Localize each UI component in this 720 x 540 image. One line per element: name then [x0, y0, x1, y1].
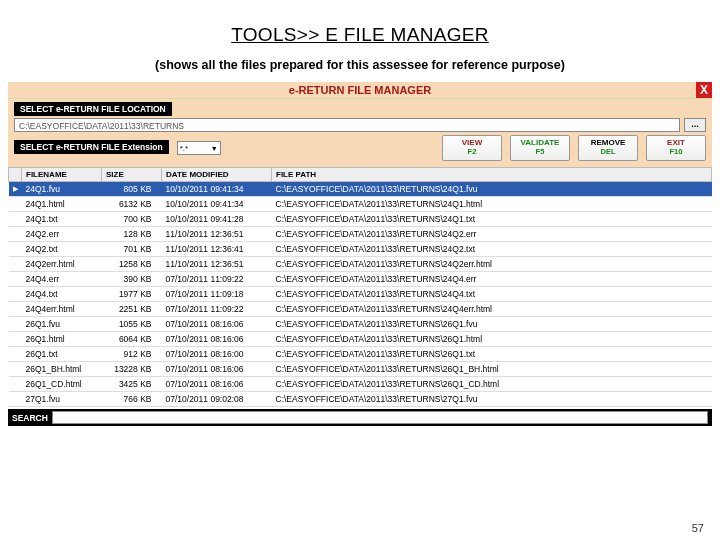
- control-panel: SELECT e-RETURN FILE LOCATION C:\EASYOFF…: [8, 99, 712, 167]
- cell-path: C:\EASYOFFICE\DATA\2011\33\RETURNS\24Q2.…: [272, 227, 712, 242]
- view-button[interactable]: VIEW F2: [442, 135, 502, 161]
- table-row[interactable]: 24Q4.txt1977 KB07/10/2011 11:09:18C:\EAS…: [9, 287, 712, 302]
- cell-filename: 26Q1.txt: [22, 347, 102, 362]
- table-row[interactable]: 24Q4.err390 KB07/10/2011 11:09:22C:\EASY…: [9, 272, 712, 287]
- cell-date: 11/10/2011 12:36:51: [162, 257, 272, 272]
- close-icon[interactable]: X: [696, 82, 712, 98]
- table-row[interactable]: ▶24Q1.fvu805 KB10/10/2011 09:41:34C:\EAS…: [9, 182, 712, 197]
- cell-path: C:\EASYOFFICE\DATA\2011\33\RETURNS\24Q2e…: [272, 257, 712, 272]
- cell-filename: 26Q1.fvu: [22, 317, 102, 332]
- row-caret-icon: [9, 347, 22, 362]
- cell-size: 1258 KB: [102, 257, 162, 272]
- cell-date: 07/10/2011 11:09:18: [162, 287, 272, 302]
- cell-size: 2251 KB: [102, 302, 162, 317]
- remove-button[interactable]: REMOVE DEL: [578, 135, 638, 161]
- col-date[interactable]: DATE MODIFIED: [162, 168, 272, 182]
- cell-date: 11/10/2011 12:36:51: [162, 227, 272, 242]
- table-row[interactable]: 24Q1.txt700 KB10/10/2011 09:41:28C:\EASY…: [9, 212, 712, 227]
- cell-filename: 24Q2err.html: [22, 257, 102, 272]
- cell-date: 07/10/2011 11:09:22: [162, 302, 272, 317]
- cell-date: 07/10/2011 08:16:06: [162, 332, 272, 347]
- cell-size: 6064 KB: [102, 332, 162, 347]
- table-row[interactable]: 24Q2.err128 KB11/10/2011 12:36:51C:\EASY…: [9, 227, 712, 242]
- cell-date: 07/10/2011 08:16:06: [162, 362, 272, 377]
- exit-button[interactable]: EXIT F10: [646, 135, 706, 161]
- cell-size: 701 KB: [102, 242, 162, 257]
- cell-size: 766 KB: [102, 392, 162, 407]
- cell-filename: 24Q4.err: [22, 272, 102, 287]
- cell-date: 07/10/2011 08:16:00: [162, 347, 272, 362]
- row-caret-icon: [9, 242, 22, 257]
- table-row[interactable]: 24Q2.txt701 KB11/10/2011 12:36:41C:\EASY…: [9, 242, 712, 257]
- table-row[interactable]: 26Q1_BH.html13228 KB07/10/2011 08:16:06C…: [9, 362, 712, 377]
- cell-size: 6132 KB: [102, 197, 162, 212]
- row-caret-icon: [9, 317, 22, 332]
- cell-size: 700 KB: [102, 212, 162, 227]
- cell-filename: 26Q1.html: [22, 332, 102, 347]
- cell-filename: 26Q1_CD.html: [22, 377, 102, 392]
- page-number: 57: [692, 522, 704, 534]
- cell-size: 13228 KB: [102, 362, 162, 377]
- extension-select[interactable]: *.* ▼: [177, 141, 221, 155]
- cell-path: C:\EASYOFFICE\DATA\2011\33\RETURNS\26Q1_…: [272, 362, 712, 377]
- table-row[interactable]: 26Q1.txt912 KB07/10/2011 08:16:00C:\EASY…: [9, 347, 712, 362]
- app-header: e-RETURN FILE MANAGER X: [8, 82, 712, 99]
- cell-filename: 24Q4.txt: [22, 287, 102, 302]
- table-row[interactable]: 24Q4err.html2251 KB07/10/2011 11:09:22C:…: [9, 302, 712, 317]
- cell-size: 128 KB: [102, 227, 162, 242]
- cell-filename: 26Q1_BH.html: [22, 362, 102, 377]
- cell-filename: 24Q1.txt: [22, 212, 102, 227]
- cell-size: 805 KB: [102, 182, 162, 197]
- cell-size: 390 KB: [102, 272, 162, 287]
- grid-header-row: FILENAME SIZE DATE MODIFIED FILE PATH: [9, 168, 712, 182]
- search-label: SEARCH: [12, 413, 48, 423]
- cell-date: 10/10/2011 09:41:34: [162, 182, 272, 197]
- file-grid[interactable]: FILENAME SIZE DATE MODIFIED FILE PATH ▶2…: [8, 167, 712, 407]
- col-path[interactable]: FILE PATH: [272, 168, 712, 182]
- row-caret-icon: [9, 332, 22, 347]
- row-caret-icon: [9, 287, 22, 302]
- col-size[interactable]: SIZE: [102, 168, 162, 182]
- cell-date: 11/10/2011 12:36:41: [162, 242, 272, 257]
- cell-date: 07/10/2011 08:16:06: [162, 377, 272, 392]
- row-caret-icon: ▶: [9, 182, 22, 197]
- cell-date: 07/10/2011 11:09:22: [162, 272, 272, 287]
- cell-size: 3425 KB: [102, 377, 162, 392]
- cell-path: C:\EASYOFFICE\DATA\2011\33\RETURNS\24Q1.…: [272, 212, 712, 227]
- table-row[interactable]: 26Q1_CD.html3425 KB07/10/2011 08:16:06C:…: [9, 377, 712, 392]
- col-caret: [9, 168, 22, 182]
- table-row[interactable]: 27Q1.fvu766 KB07/10/2011 09:02:08C:\EASY…: [9, 392, 712, 407]
- cell-filename: 24Q2.txt: [22, 242, 102, 257]
- table-row[interactable]: 26Q1.fvu1055 KB07/10/2011 08:16:06C:\EAS…: [9, 317, 712, 332]
- table-row[interactable]: 24Q1.html6132 KB10/10/2011 09:41:34C:\EA…: [9, 197, 712, 212]
- validate-button-key: F5: [536, 148, 545, 156]
- exit-button-key: F10: [670, 148, 683, 156]
- cell-path: C:\EASYOFFICE\DATA\2011\33\RETURNS\24Q1.…: [272, 197, 712, 212]
- location-input[interactable]: C:\EASYOFFICE\DATA\2011\33\RETURNS: [14, 118, 680, 132]
- cell-path: C:\EASYOFFICE\DATA\2011\33\RETURNS\26Q1.…: [272, 347, 712, 362]
- cell-filename: 27Q1.fvu: [22, 392, 102, 407]
- cell-path: C:\EASYOFFICE\DATA\2011\33\RETURNS\24Q2.…: [272, 242, 712, 257]
- col-filename[interactable]: FILENAME: [22, 168, 102, 182]
- row-caret-icon: [9, 197, 22, 212]
- row-caret-icon: [9, 377, 22, 392]
- row-caret-icon: [9, 272, 22, 287]
- search-input[interactable]: [52, 411, 708, 424]
- remove-button-key: DEL: [601, 148, 616, 156]
- cell-path: C:\EASYOFFICE\DATA\2011\33\RETURNS\24Q1.…: [272, 182, 712, 197]
- row-caret-icon: [9, 212, 22, 227]
- table-row[interactable]: 24Q2err.html1258 KB11/10/2011 12:36:51C:…: [9, 257, 712, 272]
- app-header-title: e-RETURN FILE MANAGER: [289, 84, 431, 96]
- validate-button[interactable]: VALIDATE F5: [510, 135, 570, 161]
- cell-path: C:\EASYOFFICE\DATA\2011\33\RETURNS\26Q1.…: [272, 332, 712, 347]
- search-bar: SEARCH: [8, 409, 712, 426]
- chevron-down-icon: ▼: [211, 145, 218, 152]
- cell-path: C:\EASYOFFICE\DATA\2011\33\RETURNS\24Q4.…: [272, 287, 712, 302]
- cell-filename: 24Q4err.html: [22, 302, 102, 317]
- cell-date: 10/10/2011 09:41:28: [162, 212, 272, 227]
- cell-size: 1055 KB: [102, 317, 162, 332]
- row-caret-icon: [9, 302, 22, 317]
- cell-date: 10/10/2011 09:41:34: [162, 197, 272, 212]
- browse-button[interactable]: ...: [684, 118, 706, 132]
- table-row[interactable]: 26Q1.html6064 KB07/10/2011 08:16:06C:\EA…: [9, 332, 712, 347]
